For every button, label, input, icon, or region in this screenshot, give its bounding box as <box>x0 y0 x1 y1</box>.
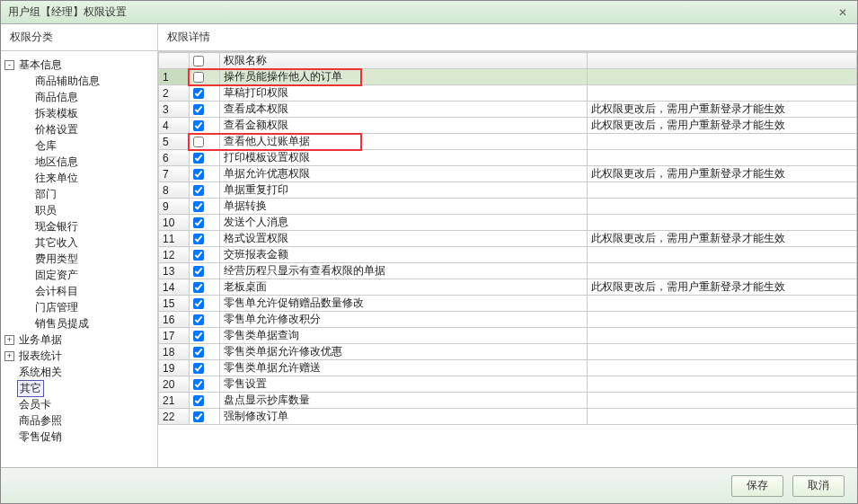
table-row[interactable]: 13经营历程只显示有查看权限的单据 <box>159 263 857 279</box>
row-checkbox[interactable] <box>193 395 204 406</box>
tree-label[interactable]: 商品参照 <box>17 413 64 429</box>
collapse-icon[interactable]: - <box>4 60 14 70</box>
table-row[interactable]: 22强制修改订单 <box>159 409 857 425</box>
tree-label[interactable]: 拆装模板 <box>33 106 80 121</box>
table-row[interactable]: 14老板桌面此权限更改后，需用户重新登录才能生效 <box>159 279 857 296</box>
table-row[interactable]: 1操作员能操作他人的订单 <box>159 69 857 85</box>
row-check-cell[interactable] <box>190 69 220 85</box>
table-row[interactable]: 17零售类单据查询 <box>159 328 857 344</box>
row-checkbox[interactable] <box>193 217 204 228</box>
row-checkbox[interactable] <box>193 201 204 212</box>
row-check-cell[interactable] <box>190 279 220 296</box>
row-check-cell[interactable] <box>190 263 220 279</box>
table-row[interactable]: 19零售类单据允许赠送 <box>159 360 857 376</box>
row-checkbox[interactable] <box>193 88 204 99</box>
row-check-cell[interactable] <box>190 166 220 182</box>
table-row[interactable]: 2草稿打印权限 <box>159 85 857 102</box>
row-checkbox[interactable] <box>193 314 204 325</box>
row-check-cell[interactable] <box>190 376 220 393</box>
tree-item[interactable]: +报表统计 <box>4 348 154 364</box>
tree-label[interactable]: 往来单位 <box>33 171 80 186</box>
close-icon[interactable]: ✕ <box>836 5 850 20</box>
table-row[interactable]: 8单据重复打印 <box>159 182 857 199</box>
row-check-cell[interactable] <box>190 199 220 215</box>
tree-label[interactable]: 职员 <box>33 203 58 218</box>
row-checkbox[interactable] <box>193 379 204 390</box>
tree-label[interactable]: 商品信息 <box>33 90 80 105</box>
tree-item[interactable]: 销售员提成 <box>4 315 154 332</box>
row-check-cell[interactable] <box>190 118 220 134</box>
row-checkbox[interactable] <box>193 137 204 147</box>
tree-label[interactable]: 会计科目 <box>33 284 80 299</box>
row-checkbox[interactable] <box>193 347 204 358</box>
table-row[interactable]: 11格式设置权限此权限更改后，需用户重新登录才能生效 <box>159 231 857 247</box>
tree-item[interactable]: 费用类型 <box>4 251 154 267</box>
row-check-cell[interactable] <box>190 134 220 150</box>
row-checkbox[interactable] <box>193 72 204 83</box>
row-check-cell[interactable] <box>190 215 220 231</box>
row-check-cell[interactable] <box>190 85 220 102</box>
save-button[interactable]: 保存 <box>731 475 783 497</box>
table-row[interactable]: 16零售单允许修改积分 <box>159 312 857 328</box>
cancel-button[interactable]: 取消 <box>792 475 845 497</box>
tree-item[interactable]: 部门 <box>4 186 154 202</box>
row-checkbox[interactable] <box>193 282 204 293</box>
check-all[interactable] <box>193 56 204 66</box>
tree-label[interactable]: 部门 <box>33 187 58 202</box>
tree-label[interactable]: 现金银行 <box>33 219 80 234</box>
table-row[interactable]: 20零售设置 <box>159 376 857 393</box>
tree-label[interactable]: 商品辅助信息 <box>33 74 102 89</box>
row-check-cell[interactable] <box>190 409 220 425</box>
col-header-check[interactable] <box>190 53 220 69</box>
tree-item[interactable]: 其它 <box>4 380 154 396</box>
row-check-cell[interactable] <box>190 231 220 247</box>
row-checkbox[interactable] <box>193 363 204 374</box>
tree-label[interactable]: 会员卡 <box>17 397 53 412</box>
tree-item[interactable]: 其它收入 <box>4 234 154 251</box>
row-checkbox[interactable] <box>193 169 204 180</box>
row-check-cell[interactable] <box>190 102 220 118</box>
tree-label[interactable]: 基本信息 <box>17 57 64 73</box>
tree-item[interactable]: 固定资产 <box>4 267 154 283</box>
tree-item[interactable]: 商品信息 <box>4 89 154 105</box>
expand-icon[interactable]: + <box>4 335 14 345</box>
table-row[interactable]: 18零售类单据允许修改优惠 <box>159 344 857 360</box>
permission-table-wrap[interactable]: 权限名称 1操作员能操作他人的订单2草稿打印权限3查看成本权限此权限更改后，需用… <box>158 51 857 467</box>
tree-label[interactable]: 价格设置 <box>33 122 80 137</box>
tree-item[interactable]: 价格设置 <box>4 121 154 137</box>
tree-item[interactable]: 门店管理 <box>4 299 154 315</box>
table-row[interactable]: 6打印模板设置权限 <box>159 150 857 166</box>
tree-item[interactable]: 商品辅助信息 <box>4 73 154 89</box>
tree-label[interactable]: 地区信息 <box>33 155 80 170</box>
tree-label[interactable]: 其它收入 <box>33 235 80 251</box>
row-check-cell[interactable] <box>190 360 220 376</box>
row-check-cell[interactable] <box>190 312 220 328</box>
tree-label[interactable]: 零售促销 <box>17 429 64 445</box>
tree-item[interactable]: 地区信息 <box>4 154 154 170</box>
row-checkbox[interactable] <box>193 234 204 244</box>
tree-item[interactable]: 商品参照 <box>4 412 154 429</box>
tree-item[interactable]: 拆装模板 <box>4 105 154 121</box>
tree-label[interactable]: 固定资产 <box>33 268 80 283</box>
row-check-cell[interactable] <box>190 150 220 166</box>
row-checkbox[interactable] <box>193 250 204 261</box>
tree-item[interactable]: 系统相关 <box>4 364 154 380</box>
table-row[interactable]: 15零售单允许促销赠品数量修改 <box>159 296 857 312</box>
row-checkbox[interactable] <box>193 266 204 277</box>
tree-item[interactable]: 仓库 <box>4 137 154 154</box>
row-checkbox[interactable] <box>193 104 204 115</box>
tree-item[interactable]: 会计科目 <box>4 283 154 299</box>
tree-label[interactable]: 报表统计 <box>17 349 64 364</box>
tree-item[interactable]: +业务单据 <box>4 332 154 348</box>
table-row[interactable]: 7单据允许优惠权限此权限更改后，需用户重新登录才能生效 <box>159 166 857 182</box>
row-check-cell[interactable] <box>190 393 220 409</box>
table-row[interactable]: 5查看他人过账单据 <box>159 134 857 150</box>
row-check-cell[interactable] <box>190 247 220 263</box>
tree-label[interactable]: 业务单据 <box>17 332 64 348</box>
tree-item[interactable]: 会员卡 <box>4 396 154 412</box>
table-row[interactable]: 10发送个人消息 <box>159 215 857 231</box>
tree-item[interactable]: 现金银行 <box>4 218 154 234</box>
table-row[interactable]: 9单据转换 <box>159 199 857 215</box>
table-row[interactable]: 3查看成本权限此权限更改后，需用户重新登录才能生效 <box>159 102 857 118</box>
row-checkbox[interactable] <box>193 185 204 196</box>
